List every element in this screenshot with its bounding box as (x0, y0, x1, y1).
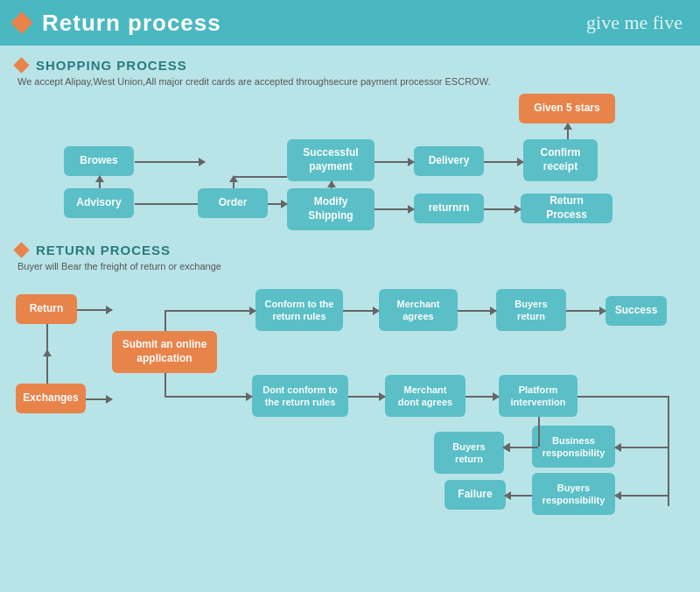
box-merchant-dont-agrees: Merchant dont agrees (385, 375, 466, 417)
box-success: Success (606, 296, 667, 326)
arrow-delivery-to-cr (484, 161, 523, 163)
box-successful-payment: Successful payment (287, 139, 374, 181)
shopping-description: We accept Alipay,West Union,All major cr… (18, 76, 684, 87)
box-platform-intervention: Platform intervention (499, 375, 578, 417)
box-dont-conform-return-rules: Dont conform to the return rules (252, 375, 348, 417)
box-return: Return (16, 294, 77, 324)
shopping-flow: Given 5 stars Browes Successful payment … (16, 94, 684, 243)
header-diamond-icon (10, 11, 32, 33)
box-failure: Failure (444, 480, 506, 510)
logo-text: give me five (586, 11, 682, 34)
line-submit-up (164, 310, 166, 331)
arrow-advisory-up (99, 176, 101, 188)
return-diamond-icon (13, 242, 29, 257)
arrow-returnrn-to-rp (484, 208, 521, 210)
box-given-5-stars: Given 5 stars (519, 94, 615, 123)
line-return-down (46, 324, 48, 350)
content-area: SHOPPING PROCESS We accept Alipay,West U… (0, 46, 700, 592)
box-modify-shipping: Modify Shipping (287, 188, 374, 230)
arrow-dc-to-mda (348, 396, 385, 398)
arrow-return-to-submit (77, 309, 112, 311)
box-conform-return-rules: Conform to the return rules (256, 289, 343, 331)
return-description: Buyer will Bear the freight of return or… (18, 261, 684, 271)
header: Return process give me five (0, 0, 700, 46)
box-buyers-responsibility: Buyers responsibility (532, 473, 615, 515)
arrow-exchanges-to-submit (86, 398, 112, 400)
arrow-order-to-ms (268, 203, 287, 205)
page-title: Return process (42, 10, 221, 37)
line-order-to-sp (233, 176, 287, 178)
arrow-ms-to-returnrn (374, 208, 414, 210)
line-pi-down (538, 417, 540, 447)
box-merchant-agrees: Merchant agrees (379, 289, 458, 331)
box-buyers-return-1: Buyers return (496, 289, 566, 331)
box-confirm-receipt: Confirm receipt (523, 139, 598, 181)
box-returnrn: returnrn (414, 194, 484, 223)
return-flow: Return Exchanges Submit an online applic… (16, 278, 684, 532)
box-order: Order (198, 188, 268, 218)
arrow-ma-to-br (458, 310, 496, 312)
arrowhead-biz-left (502, 443, 509, 452)
arrowhead-biz-failure (504, 491, 511, 500)
shopping-diamond-icon (13, 57, 29, 73)
arrow-right-v-to-biz (615, 447, 668, 448)
box-browes: Browes (64, 146, 134, 176)
arrow-conform-to-ma (343, 310, 379, 312)
shopping-section-title: SHOPPING PROCESS (36, 58, 187, 73)
arrow-browes-to-sp (135, 161, 205, 163)
arrow-submit-to-conform (164, 310, 256, 312)
arrow-order-up (233, 176, 234, 188)
box-submit-online: Submit an online application (112, 331, 217, 373)
arrow-br-to-success (566, 310, 606, 312)
box-buyers-return-2: Buyers return (434, 432, 504, 474)
arrow-mda-to-pi (466, 396, 499, 398)
box-exchanges: Exchanges (16, 384, 86, 413)
line-right-side-v (668, 436, 669, 506)
box-delivery: Delivery (414, 146, 484, 176)
line-submit-down (164, 373, 166, 396)
arrow-exchanges-up (46, 350, 48, 352)
return-section-header: RETURN PROCESS (16, 243, 684, 257)
arrow-ms-to-sp (331, 181, 332, 188)
line-advisory-order (135, 203, 198, 205)
box-advisory: Advisory (64, 188, 134, 218)
shopping-section-header: SHOPPING PROCESS (16, 58, 684, 73)
box-business-responsibility: Business responsibility (532, 426, 615, 468)
line-pi-right (578, 396, 668, 398)
return-section-title: RETURN PROCESS (36, 243, 171, 257)
arrow-sp-to-delivery (374, 161, 414, 163)
line-right-down-from-pi (668, 396, 669, 436)
arrow-submit-to-dontconform (164, 396, 252, 398)
box-return-process: Return Process (521, 194, 612, 223)
arrow-right-v-to-bres (615, 495, 668, 497)
